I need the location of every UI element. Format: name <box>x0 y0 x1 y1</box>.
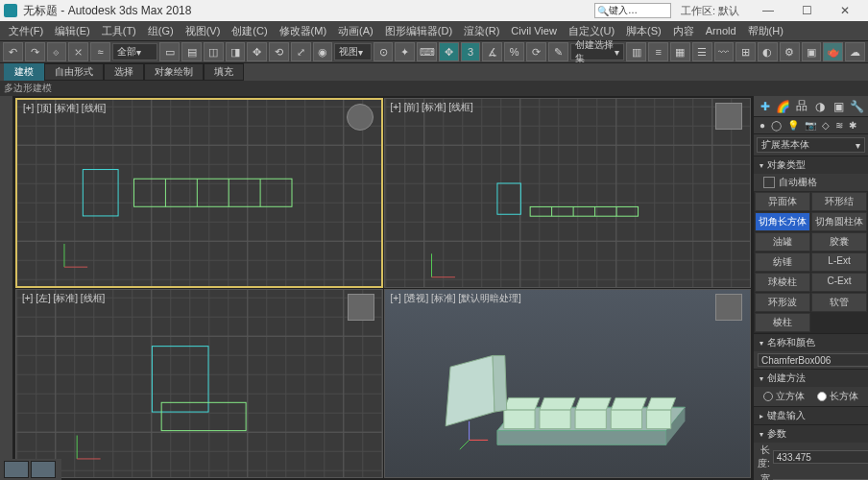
viewport-left[interactable]: [+] [左] [标准] [线框] <box>15 289 383 479</box>
ribbon-group-label[interactable]: 多边形建模 <box>4 82 52 95</box>
spinner-snap-button[interactable]: ⟳ <box>526 42 546 61</box>
ribbon-tab[interactable]: 对象绘制 <box>144 63 204 81</box>
viewport-label[interactable]: [+] [左] [标准] [线框] <box>22 292 105 305</box>
close-button[interactable]: ✕ <box>826 0 864 21</box>
menu-item[interactable]: Civil View <box>506 25 561 36</box>
menu-item[interactable]: 帮助(H) <box>743 24 788 38</box>
space-warps-icon[interactable]: ≋ <box>835 120 843 131</box>
render-button[interactable]: 🫖 <box>823 42 843 61</box>
menu-item[interactable]: 创建(C) <box>227 24 272 38</box>
rotate-button[interactable]: ⟲ <box>269 42 289 61</box>
maximize-button[interactable]: ☐ <box>787 0 826 21</box>
object-type-button[interactable]: 异面体 <box>755 192 810 211</box>
menu-item[interactable]: 自定义(U) <box>564 24 619 38</box>
toggle-ribbon-button[interactable]: ☰ <box>692 42 712 61</box>
systems-icon[interactable]: ✱ <box>849 120 856 131</box>
cube-radio[interactable]: 立方体 <box>763 390 805 403</box>
shapes-icon[interactable]: ◯ <box>771 120 782 131</box>
undo-button[interactable]: ↶ <box>3 42 23 61</box>
menu-item[interactable]: 图形编辑器(D) <box>380 24 457 38</box>
viewport-top[interactable]: [+] [顶] [标准] [线框] <box>15 98 383 288</box>
viewport-front[interactable]: [+] [前] [标准] [线框] <box>384 98 752 288</box>
keyboard-shortcut-button[interactable]: ⌨ <box>417 42 437 61</box>
viewcube-icon[interactable] <box>348 294 374 321</box>
ribbon-tab[interactable]: 选择 <box>104 63 144 81</box>
edit-selection-set-button[interactable]: ✎ <box>548 42 568 61</box>
schematic-button[interactable]: ⊞ <box>735 42 756 61</box>
snap-button[interactable]: ✥ <box>439 42 459 61</box>
lights-icon[interactable]: 💡 <box>787 120 799 131</box>
render-online-button[interactable]: ☁ <box>845 42 865 61</box>
rollout-creation-method[interactable]: 创建方法 <box>754 369 868 387</box>
viewport-label[interactable]: [+] [前] [标准] [线框] <box>391 101 473 114</box>
utilities-tab-icon[interactable]: 🔧 <box>850 100 863 113</box>
mirror-button[interactable]: ▥ <box>626 42 646 61</box>
redo-button[interactable]: ↷ <box>25 42 45 61</box>
viewport-label[interactable]: [+] [顶] [标准] [线框] <box>23 102 106 115</box>
object-type-button[interactable]: 纺锤 <box>755 252 810 272</box>
angle-snap-button[interactable]: ∡ <box>482 42 502 61</box>
snap3d-button[interactable]: 3 <box>461 42 481 61</box>
menu-item[interactable]: 渲染(R) <box>459 24 504 38</box>
box-radio[interactable]: 长方体 <box>817 390 858 403</box>
rollout-name-color[interactable]: 名称和颜色 <box>754 333 868 351</box>
menu-item[interactable]: 内容 <box>668 24 699 38</box>
length-field[interactable] <box>773 450 868 464</box>
menu-item[interactable]: 动画(A) <box>333 24 378 38</box>
menu-item[interactable]: 修改器(M) <box>275 24 332 38</box>
select-name-button[interactable]: ▤ <box>181 42 202 61</box>
help-search[interactable]: 🔍 键入… <box>594 3 671 18</box>
object-type-button[interactable]: C-Ext <box>811 273 867 292</box>
hierarchy-tab-icon[interactable]: 品 <box>795 100 808 113</box>
scene-explorer-strip[interactable]: ▸ <box>0 96 13 480</box>
viewcube-icon[interactable] <box>347 104 374 131</box>
rollout-keyboard-entry[interactable]: 键盘输入 <box>754 406 868 424</box>
viewcube-icon[interactable] <box>715 103 742 130</box>
ribbon-tab[interactable]: 自由形式 <box>44 63 104 81</box>
menu-item[interactable]: 文件(F) <box>4 24 48 38</box>
bind-button[interactable]: ≈ <box>90 42 110 61</box>
move-button[interactable]: ✥ <box>247 42 267 61</box>
scale-button[interactable]: ⤢ <box>291 42 311 61</box>
menu-item[interactable]: 视图(V) <box>181 24 226 38</box>
viewcube-icon[interactable] <box>715 294 742 321</box>
material-editor-button[interactable]: ◐ <box>758 42 778 61</box>
minimize-button[interactable]: — <box>749 0 787 21</box>
menu-item[interactable]: 编辑(E) <box>50 24 95 38</box>
named-selection-dropdown[interactable]: 创建选择集 ▾ <box>570 43 625 60</box>
link-button[interactable]: ⟐ <box>47 42 67 61</box>
object-type-button[interactable]: 软管 <box>811 293 867 312</box>
workspace-label[interactable]: 工作区: 默认 <box>681 4 739 18</box>
placement-button[interactable]: ◉ <box>313 42 333 61</box>
object-type-button[interactable]: 油罐 <box>755 232 810 252</box>
object-type-button[interactable]: 环形结 <box>811 192 867 211</box>
align-button[interactable]: ≡ <box>648 42 668 61</box>
render-frame-button[interactable]: ▣ <box>802 42 822 61</box>
cameras-icon[interactable]: 📷 <box>805 120 816 131</box>
select-region-button[interactable]: ◫ <box>204 42 224 61</box>
object-type-button[interactable]: 胶囊 <box>811 232 867 252</box>
selection-filter[interactable]: 全部 ▾ <box>112 43 158 60</box>
primitive-category-dropdown[interactable]: 扩展基本体▾ <box>757 137 865 153</box>
object-type-button[interactable]: 棱柱 <box>755 313 810 332</box>
object-type-button[interactable]: 球棱柱 <box>755 273 810 292</box>
create-tab-icon[interactable]: ✚ <box>759 100 772 113</box>
manip-button[interactable]: ✦ <box>395 42 415 61</box>
viewport-label[interactable]: [+] [透视] [标准] [默认明暗处理] <box>391 292 521 305</box>
rollout-object-type[interactable]: 对象类型 <box>754 156 868 174</box>
object-type-button[interactable]: 环形波 <box>755 293 810 312</box>
motion-tab-icon[interactable]: ◑ <box>813 100 827 113</box>
object-type-button[interactable]: 切角圆柱体 <box>811 212 867 231</box>
menu-item[interactable]: 工具(T) <box>97 24 141 38</box>
geometry-icon[interactable]: ● <box>760 120 765 131</box>
window-crossing-button[interactable]: ◨ <box>226 42 246 61</box>
object-type-button[interactable]: L-Ext <box>811 252 867 272</box>
ref-coord-dropdown[interactable]: 视图 ▾ <box>334 43 371 60</box>
unlink-button[interactable]: ⤫ <box>68 42 88 61</box>
menu-item[interactable]: 脚本(S) <box>621 24 666 38</box>
modify-tab-icon[interactable]: 🌈 <box>777 100 790 113</box>
helpers-icon[interactable]: ◇ <box>822 120 830 131</box>
display-tab-icon[interactable]: ▣ <box>832 100 845 113</box>
rollout-parameters[interactable]: 参数 <box>754 424 868 443</box>
autogrid-checkbox[interactable]: 自动栅格 <box>754 174 868 191</box>
